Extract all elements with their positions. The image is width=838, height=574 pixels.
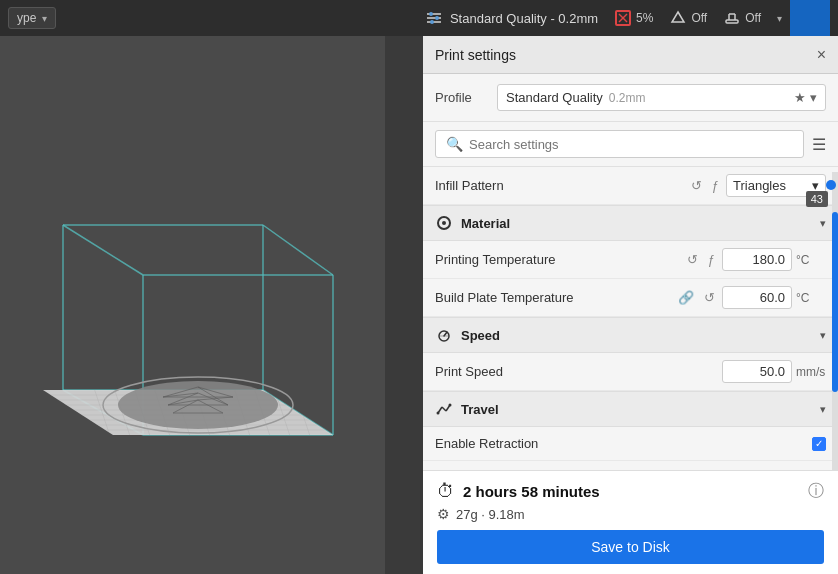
side-number-badge: 43 <box>806 191 828 207</box>
profile-icons: ★ ▾ <box>794 90 817 105</box>
print-temp-formula-button[interactable]: ƒ <box>705 250 718 269</box>
speed-chevron-icon: ▾ <box>820 329 826 342</box>
speed-section-title: Speed <box>461 328 812 343</box>
panel-title: Print settings <box>435 47 516 63</box>
bottom-summary-panel: ⏱ 2 hours 58 minutes ⓘ ⚙ 27g · 9.18m Sav… <box>423 470 838 574</box>
profile-version: 0.2mm <box>609 91 646 105</box>
enable-retraction-row: Enable Retraction ✓ <box>423 427 838 461</box>
build-temp-label: Build Plate Temperature <box>435 290 675 305</box>
chevron-down-icon: ▾ <box>42 13 47 24</box>
scene-container: X Y Z <box>0 36 385 574</box>
build-temp-row: Build Plate Temperature 🔗 ↺ 60.0 °C <box>423 279 838 317</box>
menu-icon[interactable]: ☰ <box>812 135 826 154</box>
support-icon <box>669 9 687 27</box>
svg-point-72 <box>442 221 446 225</box>
travel-section-header[interactable]: Travel ▾ <box>423 391 838 427</box>
material-section-title: Material <box>461 216 812 231</box>
build-temp-link-button[interactable]: 🔗 <box>675 288 697 307</box>
search-icon: 🔍 <box>446 136 463 152</box>
panel-header: Print settings × <box>423 36 838 74</box>
enable-retraction-label: Enable Retraction <box>435 436 804 451</box>
settings-section: Infill Pattern ↺ ƒ Triangles ▾ <box>423 167 838 495</box>
svg-point-3 <box>429 12 433 16</box>
build-temp-unit: °C <box>796 291 826 305</box>
print-temp-label: Printing Temperature <box>435 252 684 267</box>
print-speed-label: Print Speed <box>435 364 722 379</box>
build-temp-controls: 🔗 ↺ 60.0 °C <box>675 286 826 309</box>
infill-status: 5% <box>614 9 653 27</box>
3d-viewport: X Y Z <box>0 36 385 574</box>
travel-section-title: Travel <box>461 402 812 417</box>
info-icon[interactable]: ⓘ <box>808 481 824 502</box>
support-label: Off <box>691 11 707 25</box>
adhesion-icon <box>723 9 741 27</box>
quality-icon <box>424 8 444 28</box>
search-input[interactable] <box>469 137 793 152</box>
profile-label: Profile <box>435 90 485 105</box>
speed-section-header[interactable]: Speed ▾ <box>423 317 838 353</box>
svg-line-74 <box>444 332 447 336</box>
infill-icon <box>614 9 632 27</box>
close-button[interactable]: × <box>817 47 826 63</box>
svg-line-77 <box>442 407 446 411</box>
top-bar: ype ▾ Standard Quality - 0.2mm <box>0 0 838 36</box>
weight-row: ⚙ 27g · 9.18m <box>437 506 824 522</box>
material-icon <box>435 214 453 232</box>
quality-label: Standard Quality - 0.2mm <box>450 11 598 26</box>
print-temp-row: Printing Temperature ↺ ƒ 180.0 °C <box>423 241 838 279</box>
top-bar-left: ype ▾ <box>8 7 416 29</box>
build-temp-value[interactable]: 60.0 <box>722 286 792 309</box>
travel-icon <box>435 400 453 418</box>
time-text: 2 hours 58 minutes <box>463 483 800 500</box>
svg-line-16 <box>63 225 143 275</box>
object-type-dropdown[interactable]: ype ▾ <box>8 7 56 29</box>
search-bar: 🔍 ☰ <box>423 122 838 167</box>
check-mark-icon: ✓ <box>815 438 823 449</box>
svg-point-79 <box>437 412 440 415</box>
save-to-disk-button[interactable]: Save to Disk <box>437 530 824 564</box>
infill-pattern-value: Triangles <box>733 178 786 193</box>
svg-point-4 <box>435 16 439 20</box>
print-temp-controls: ↺ ƒ 180.0 °C <box>684 248 826 271</box>
print-temp-unit: °C <box>796 253 826 267</box>
print-temp-reset-button[interactable]: ↺ <box>684 250 701 269</box>
search-input-container: 🔍 <box>435 130 804 158</box>
profile-select-text: Standard Quality 0.2mm <box>506 90 646 105</box>
svg-rect-10 <box>726 20 738 23</box>
svg-line-15 <box>263 225 333 275</box>
weight-text: 27g · 9.18m <box>456 507 525 522</box>
travel-chevron-icon: ▾ <box>820 403 826 416</box>
top-bar-right-panel <box>790 0 830 36</box>
svg-marker-9 <box>672 12 684 22</box>
clock-icon: ⏱ <box>437 481 455 502</box>
top-bar-center: Standard Quality - 0.2mm 5% Off <box>424 8 782 28</box>
adhesion-label: Off <box>745 11 761 25</box>
print-speed-controls: 50.0 mm/s <box>722 360 826 383</box>
enable-retraction-checkbox[interactable]: ✓ <box>812 437 826 451</box>
speed-icon <box>435 326 453 344</box>
chevron-down-icon: ▾ <box>810 90 817 105</box>
infill-pattern-row: Infill Pattern ↺ ƒ Triangles ▾ <box>423 167 838 205</box>
infill-formula-button[interactable]: ƒ <box>709 176 722 195</box>
profile-row: Profile Standard Quality 0.2mm ★ ▾ <box>423 74 838 122</box>
profile-select-dropdown[interactable]: Standard Quality 0.2mm ★ ▾ <box>497 84 826 111</box>
settings-expand-icon[interactable]: ▾ <box>777 13 782 24</box>
print-speed-value[interactable]: 50.0 <box>722 360 792 383</box>
object-type-label: ype <box>17 11 36 25</box>
svg-point-80 <box>449 404 452 407</box>
material-section-header[interactable]: Material ▾ <box>423 205 838 241</box>
support-status: Off <box>669 9 707 27</box>
quality-settings-button[interactable]: Standard Quality - 0.2mm <box>424 8 598 28</box>
infill-reset-button[interactable]: ↺ <box>688 176 705 195</box>
3d-scene-svg: X Y Z <box>13 135 373 475</box>
build-temp-reset-button[interactable]: ↺ <box>701 288 718 307</box>
star-icon: ★ <box>794 90 806 105</box>
infill-pct: 5% <box>636 11 653 25</box>
profile-value: Standard Quality <box>506 90 603 105</box>
print-speed-unit: mm/s <box>796 365 826 379</box>
print-temp-value[interactable]: 180.0 <box>722 248 792 271</box>
scrollbar-thumb[interactable] <box>832 212 838 392</box>
infill-pattern-label: Infill Pattern <box>435 178 688 193</box>
scrollbar-top-dot <box>826 180 836 190</box>
adhesion-status: Off <box>723 9 761 27</box>
